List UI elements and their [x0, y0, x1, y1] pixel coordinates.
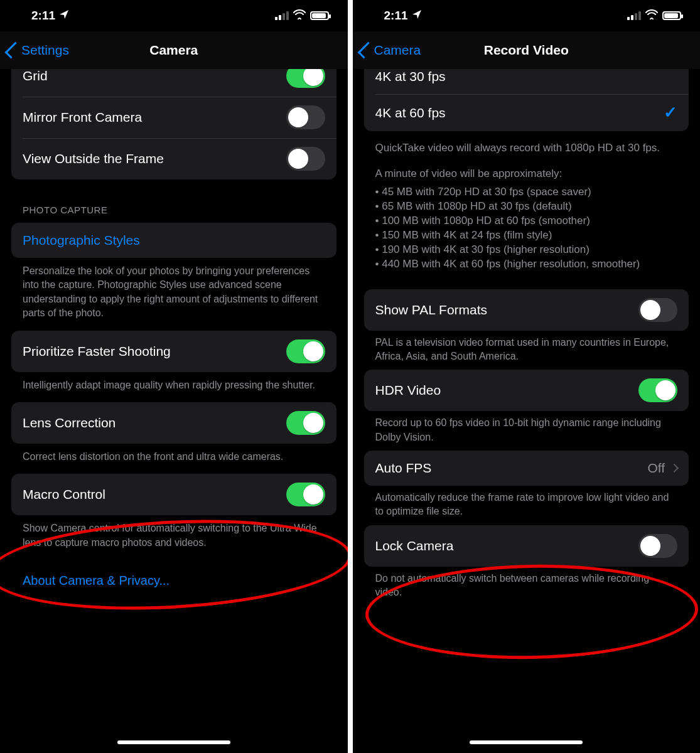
- autofps-card: Auto FPS Off: [364, 451, 689, 486]
- status-bar: 2:11: [353, 0, 701, 31]
- photographic-styles-row[interactable]: Photographic Styles: [11, 223, 337, 258]
- pal-card: Show PAL Formats: [364, 289, 689, 331]
- grid-row[interactable]: Grid: [11, 69, 337, 97]
- hdr-row[interactable]: HDR Video: [364, 370, 689, 411]
- home-indicator[interactable]: [470, 740, 583, 744]
- row-label: Mirror Front Camera: [23, 110, 142, 125]
- about-camera-privacy-link[interactable]: About Camera & Privacy...: [0, 560, 348, 594]
- minute-line: 440 MB with 4K at 60 fps (higher resolut…: [375, 257, 678, 272]
- location-icon: [412, 9, 422, 23]
- macro-desc: Show Camera control for automatically sw…: [0, 515, 348, 560]
- minute-line: 150 MB with 4K at 24 fps (film style): [375, 228, 678, 243]
- nav-bar: Camera Record Video: [353, 31, 701, 69]
- row-label: Lock Camera: [375, 538, 454, 553]
- row-label: Lens Correction: [23, 415, 116, 430]
- mirror-toggle[interactable]: [286, 105, 325, 129]
- mirror-row[interactable]: Mirror Front Camera: [11, 97, 337, 138]
- option-4k30-row[interactable]: 4K at 30 fps: [364, 69, 689, 94]
- row-label: Grid: [23, 69, 48, 83]
- lens-toggle[interactable]: [286, 411, 325, 435]
- lock-desc: Do not automatically switch between came…: [353, 567, 701, 606]
- autofps-row[interactable]: Auto FPS Off: [364, 451, 689, 486]
- composition-card: Grid Mirror Front Camera View Outside th…: [11, 69, 337, 179]
- cell-signal-icon: [627, 11, 641, 20]
- phone-left: 2:11 Settings Camera Grid: [0, 0, 348, 753]
- macro-card: Macro Control: [11, 474, 337, 515]
- row-label: 4K at 30 fps: [375, 69, 446, 84]
- chevron-right-icon: [670, 464, 679, 473]
- hdr-toggle[interactable]: [638, 378, 677, 402]
- content: 4K at 30 fps 4K at 60 fps ✓ QuickTake vi…: [353, 69, 701, 619]
- view-outside-row[interactable]: View Outside the Frame: [11, 138, 337, 179]
- hdr-desc: Record up to 60 fps video in 10-bit high…: [353, 411, 701, 451]
- row-label: View Outside the Frame: [23, 151, 164, 166]
- macro-row[interactable]: Macro Control: [11, 474, 337, 515]
- row-label: Macro Control: [23, 487, 105, 502]
- hdr-card: HDR Video: [364, 370, 689, 411]
- resolution-card: 4K at 30 fps 4K at 60 fps ✓: [364, 69, 689, 131]
- clock: 2:11: [384, 9, 408, 23]
- macro-toggle[interactable]: [286, 483, 325, 506]
- pal-toggle[interactable]: [638, 298, 677, 322]
- prioritize-toggle[interactable]: [286, 339, 325, 363]
- location-icon: [59, 9, 69, 23]
- lock-row[interactable]: Lock Camera: [364, 525, 689, 567]
- minute-line: 45 MB with 720p HD at 30 fps (space save…: [375, 185, 678, 200]
- quicktake-info: QuickTake video will always record with …: [353, 131, 701, 157]
- nav-bar: Settings Camera: [0, 31, 348, 69]
- lock-toggle[interactable]: [638, 534, 677, 558]
- cell-signal-icon: [275, 11, 289, 20]
- chevron-left-icon: [5, 42, 22, 59]
- status-bar: 2:11: [0, 0, 348, 31]
- autofps-desc: Automatically reduce the frame rate to i…: [353, 486, 701, 525]
- back-button[interactable]: Settings: [9, 43, 69, 58]
- prioritize-card: Prioritize Faster Shooting: [11, 331, 337, 372]
- chevron-left-icon: [357, 42, 374, 59]
- lock-card: Lock Camera: [364, 525, 689, 567]
- row-label: 4K at 60 fps: [375, 105, 446, 120]
- pal-desc: PAL is a television video format used in…: [353, 331, 701, 370]
- pal-row[interactable]: Show PAL Formats: [364, 289, 689, 331]
- option-4k60-row[interactable]: 4K at 60 fps ✓: [364, 94, 689, 131]
- lens-desc: Correct lens distortion on the front and…: [0, 444, 348, 474]
- lens-card: Lens Correction: [11, 402, 337, 444]
- checkmark-icon: ✓: [664, 103, 677, 122]
- autofps-value: Off: [647, 461, 677, 476]
- back-button[interactable]: Camera: [362, 43, 421, 58]
- prioritize-desc: Intelligently adapt image quality when r…: [0, 372, 348, 402]
- lens-row[interactable]: Lens Correction: [11, 402, 337, 444]
- row-label: Prioritize Faster Shooting: [23, 344, 171, 359]
- view-outside-toggle[interactable]: [286, 147, 325, 171]
- phone-right: 2:11 Camera Record Video 4K at 30 fps: [353, 0, 701, 753]
- grid-toggle[interactable]: [286, 69, 325, 88]
- prioritize-row[interactable]: Prioritize Faster Shooting: [11, 331, 337, 372]
- back-label: Settings: [21, 43, 69, 58]
- minute-bullets: 45 MB with 720p HD at 30 fps (space save…: [353, 183, 701, 273]
- photographic-styles-card: Photographic Styles: [11, 223, 337, 258]
- row-label: Photographic Styles: [23, 233, 140, 248]
- wifi-icon: [293, 9, 306, 23]
- wifi-icon: [645, 9, 658, 23]
- battery-icon: [310, 11, 329, 20]
- minute-line: 65 MB with 1080p HD at 30 fps (default): [375, 200, 678, 214]
- minute-line: 190 MB with 4K at 30 fps (higher resolut…: [375, 243, 678, 257]
- home-indicator[interactable]: [117, 740, 230, 744]
- value-text: Off: [647, 461, 665, 476]
- row-label: Show PAL Formats: [375, 302, 488, 318]
- minute-intro: A minute of video will be approximately:: [353, 157, 701, 183]
- back-label: Camera: [374, 43, 421, 58]
- row-label: HDR Video: [375, 383, 441, 398]
- photo-capture-header: Photo Capture: [0, 179, 348, 223]
- minute-line: 100 MB with 1080p HD at 60 fps (smoother…: [375, 214, 678, 228]
- content: Grid Mirror Front Camera View Outside th…: [0, 69, 348, 607]
- battery-icon: [662, 11, 681, 20]
- photographic-styles-desc: Personalize the look of your photos by b…: [0, 258, 348, 331]
- row-label: Auto FPS: [375, 461, 432, 476]
- clock: 2:11: [31, 9, 55, 23]
